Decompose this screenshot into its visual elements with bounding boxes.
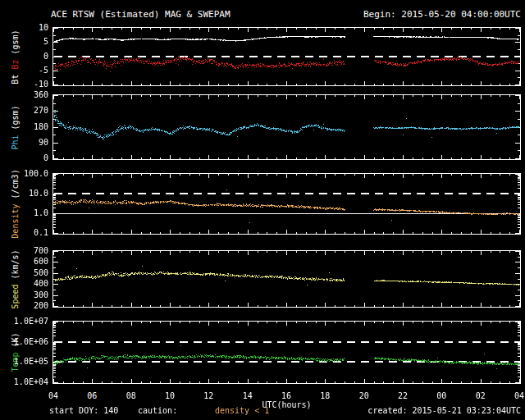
ace-rtsw-plot: ACE RTSW (Estimated) MAG & SWEPAM Begin:…	[0, 0, 525, 420]
footer-created-timestamp: created: 2015-05-21 03:23:04UTC	[357, 406, 521, 415]
footer-start-doy: start DOY: 140	[49, 406, 118, 415]
footer-caution-label: caution:	[138, 406, 177, 415]
y-axis-label-density: Density (/cm3)	[7, 173, 23, 235]
plot-title: ACE RTSW (Estimated) MAG & SWEPAM	[51, 9, 231, 20]
footer-caution-value: density < 1	[215, 406, 269, 415]
begin-timestamp: Begin: 2015-05-20 04:00:00UTC	[240, 9, 521, 20]
panel-canvas-speed	[52, 250, 521, 308]
panel-canvas-phi	[52, 94, 521, 160]
y-axis-label-temp: Temp (K)	[7, 321, 23, 384]
panel-canvas-bt-bz	[52, 27, 521, 86]
panel-canvas-temp	[52, 321, 521, 384]
panel-canvas-density	[52, 173, 521, 235]
